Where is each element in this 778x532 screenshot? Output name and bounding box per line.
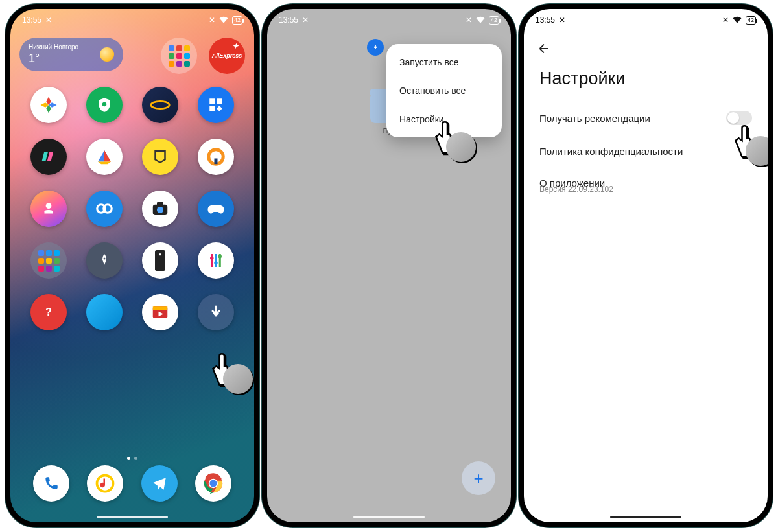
rocket-app[interactable] (86, 242, 123, 279)
clock: 13:55 (536, 16, 555, 25)
app-grid: ? (10, 87, 254, 330)
settings-list: Получать рекомендации Политика конфиденц… (524, 94, 768, 207)
svg-point-20 (214, 261, 218, 265)
row-privacy[interactable]: Политика конфиденциальности (539, 135, 752, 167)
phone-home: 13:55 ✕ ✕ 42 Нижний Новгоро 1° (5, 4, 259, 527)
gesture-bar[interactable] (97, 516, 168, 518)
sim-icon: ✕ (722, 16, 729, 25)
openvpn-app[interactable] (198, 139, 234, 175)
sim-icon: ✕ (209, 16, 215, 25)
miui-app[interactable]: ? (30, 294, 67, 330)
page-title: Настройки (524, 60, 768, 94)
recommend-toggle[interactable] (726, 111, 752, 125)
back-button[interactable] (524, 27, 768, 60)
menu-settings[interactable]: Настройки (386, 105, 502, 133)
clock: 13:55 (279, 16, 298, 25)
status-bar: 13:55 ✕ ✕ 42 (524, 9, 768, 27)
weather-temp: 1° (29, 51, 78, 66)
svg-point-21 (218, 255, 222, 259)
svg-point-7 (46, 203, 52, 209)
video-app[interactable] (142, 294, 178, 330)
menu-start-all[interactable]: Запустить все (386, 48, 502, 76)
aliexpress-app[interactable]: ✦ AliExpress (209, 38, 245, 74)
home-screen[interactable]: 13:55 ✕ ✕ 42 Нижний Новгоро 1° (10, 9, 254, 522)
weather-city: Нижний Новгоро (29, 43, 78, 51)
dnd-icon: ✕ (45, 16, 52, 25)
battery-icon: 42 (489, 16, 499, 25)
battery-icon: 42 (746, 16, 756, 25)
wifi-icon (476, 16, 485, 25)
clock: 13:55 (22, 16, 41, 25)
gesture-bar[interactable] (610, 516, 681, 518)
files-app[interactable] (86, 139, 123, 175)
download-indicator-icon[interactable] (367, 39, 384, 56)
gesture-bar[interactable] (353, 516, 425, 518)
svg-point-11 (157, 207, 163, 213)
fab-add[interactable]: + (462, 461, 495, 495)
copilot-app[interactable] (30, 139, 67, 175)
remote-app[interactable] (142, 242, 178, 279)
downloads-app[interactable] (198, 294, 234, 330)
dock-music[interactable] (87, 465, 123, 502)
wifi-icon (219, 16, 228, 25)
planet-app[interactable] (142, 87, 178, 123)
sync-app[interactable] (86, 191, 123, 227)
dnd-icon: ✕ (559, 16, 565, 25)
newhome-app[interactable] (30, 191, 67, 227)
svg-point-1 (151, 101, 169, 108)
svg-point-0 (102, 102, 107, 107)
svg-rect-6 (215, 159, 218, 165)
wifi-icon (733, 16, 742, 25)
svg-rect-14 (155, 250, 165, 271)
equalizer-app[interactable] (198, 242, 234, 279)
dock-phone[interactable] (33, 465, 69, 502)
app-folder[interactable] (161, 38, 197, 74)
svg-rect-12 (157, 202, 163, 205)
menu-stop-all[interactable]: Остановить все (386, 76, 502, 105)
camera-app[interactable] (142, 191, 178, 227)
svg-rect-4 (209, 106, 215, 111)
sun-icon (100, 47, 114, 62)
status-bar: 13:55 ✕ ✕ 42 (267, 9, 511, 27)
svg-rect-3 (217, 98, 222, 104)
sim-icon: ✕ (466, 16, 472, 25)
browser-app[interactable] (86, 294, 123, 330)
context-menu: Запустить все Остановить все Настройки (386, 44, 502, 137)
cursor-icon (205, 353, 244, 391)
svg-point-15 (159, 253, 161, 255)
games-app[interactable] (198, 191, 234, 227)
dock-telegram[interactable] (141, 465, 178, 502)
status-bar: 13:55 ✕ ✕ 42 (10, 9, 254, 27)
photos-app[interactable] (30, 87, 67, 123)
weather-widget[interactable]: Нижний Новгоро 1° (19, 38, 123, 71)
phone-downloads: 13:55 ✕ ✕ 42 Пус Запустить все Остановит… (262, 4, 516, 527)
dnd-icon: ✕ (302, 16, 309, 25)
page-indicator (10, 457, 254, 460)
phone-settings: 13:55 ✕ ✕ 42 Настройки Получать рекоменд… (519, 4, 773, 527)
security-app[interactable] (86, 87, 123, 123)
settings-screen[interactable]: 13:55 ✕ ✕ 42 Настройки Получать рекоменд… (524, 9, 768, 522)
svg-rect-2 (209, 98, 215, 104)
downloads-screen[interactable]: 13:55 ✕ ✕ 42 Пус Запустить все Остановит… (267, 9, 511, 522)
sparkle-icon: ✦ (232, 41, 239, 51)
battery-icon: 42 (232, 16, 242, 25)
dock-chrome[interactable] (195, 465, 231, 502)
svg-point-13 (104, 258, 106, 260)
tinkoff-app[interactable] (142, 139, 178, 175)
app-folder-2[interactable] (30, 242, 67, 279)
row-recommendations[interactable]: Получать рекомендации (539, 100, 752, 135)
version-label: Версия 22.09.23.102 (539, 185, 752, 200)
svg-point-19 (210, 257, 214, 260)
svg-rect-23 (153, 306, 168, 310)
tiles-app[interactable] (198, 87, 234, 123)
dock (10, 465, 254, 511)
